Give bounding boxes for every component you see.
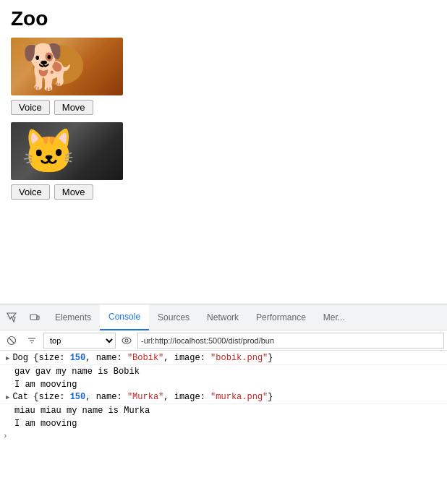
devtools-tabs-bar: Elements Console Sources Network Perform… xyxy=(0,304,447,330)
console-prompt: › xyxy=(0,430,447,442)
tab-elements[interactable]: Elements xyxy=(46,304,100,330)
console-toolbar: top xyxy=(0,330,447,351)
dog-image xyxy=(11,38,123,95)
svg-point-8 xyxy=(125,339,128,342)
tab-more[interactable]: Mer... xyxy=(315,304,354,330)
svg-point-7 xyxy=(122,338,131,343)
filter-button[interactable] xyxy=(23,332,41,349)
dog-block: Voice Move xyxy=(11,38,436,115)
tab-sources[interactable]: Sources xyxy=(149,304,198,330)
console-output: Dog {size: 150, name: "Bobik", image: "b… xyxy=(0,351,447,504)
context-select-wrapper: top xyxy=(43,333,116,349)
cat-voice-button[interactable]: Voice xyxy=(11,184,50,200)
devtools-panel: Elements Console Sources Network Perform… xyxy=(0,304,447,504)
cat-block: Voice Move xyxy=(11,122,436,200)
svg-rect-0 xyxy=(30,315,37,320)
eye-icon[interactable] xyxy=(119,333,135,349)
console-line-dog-move: I am mooving xyxy=(0,378,447,391)
device-toggle-icon[interactable] xyxy=(23,304,46,330)
cat-image xyxy=(11,122,123,180)
svg-line-3 xyxy=(9,338,14,343)
clear-console-button[interactable] xyxy=(3,332,20,349)
context-select[interactable]: top xyxy=(43,333,116,349)
console-line-murka-sound: miau miau my name is Murka xyxy=(0,404,447,417)
console-cat-log[interactable]: Cat {size: 150, name: "Murka", image: "m… xyxy=(0,391,447,404)
tab-network[interactable]: Network xyxy=(198,304,247,330)
console-line-cat-move: I am mooving xyxy=(0,417,447,430)
svg-rect-1 xyxy=(37,316,39,320)
tab-performance[interactable]: Performance xyxy=(247,304,315,330)
filter-input[interactable] xyxy=(137,333,444,349)
dog-voice-button[interactable]: Voice xyxy=(11,100,50,115)
prompt-arrow: › xyxy=(3,432,8,440)
console-line-bobik-sound: gav gav my name is Bobik xyxy=(0,365,447,378)
cat-btn-row: Voice Move xyxy=(11,184,436,200)
cat-move-button[interactable]: Move xyxy=(54,184,93,200)
page-title: Zoo xyxy=(11,7,436,30)
inspect-icon[interactable] xyxy=(0,304,23,330)
dog-move-button[interactable]: Move xyxy=(54,100,93,115)
console-dog-log[interactable]: Dog {size: 150, name: "Bobik", image: "b… xyxy=(0,352,447,365)
dog-btn-row: Voice Move xyxy=(11,100,436,115)
tab-console[interactable]: Console xyxy=(100,304,149,330)
page-content: Zoo Voice Move Voice Move xyxy=(0,0,447,304)
